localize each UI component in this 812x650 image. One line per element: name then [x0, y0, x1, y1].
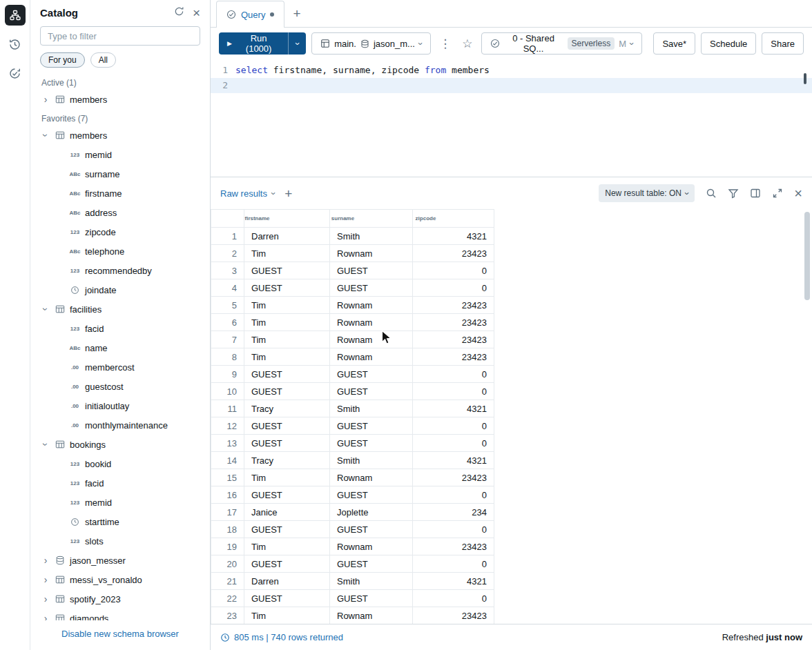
filter-icon[interactable] — [728, 188, 739, 199]
table-row[interactable]: 21DarrenSmith4321 — [211, 573, 494, 590]
table-row[interactable]: 10GUESTGUEST0 — [211, 383, 494, 400]
column-item-firstname[interactable]: ABcfirstname — [30, 184, 210, 203]
table-row[interactable]: 2TimRownam23423 — [211, 245, 494, 262]
chevron-icon[interactable]: › — [40, 440, 51, 449]
table-row[interactable]: 16GUESTGUEST0 — [211, 486, 494, 504]
raw-results-tab[interactable]: Raw results › — [220, 188, 275, 199]
kebab-menu-icon[interactable]: ⋮ — [436, 38, 454, 50]
table-row[interactable]: 1DarrenSmith4321 — [211, 228, 494, 245]
query-history-icon[interactable] — [5, 63, 26, 83]
column-item-surname[interactable]: ABcsurname — [30, 164, 210, 184]
refresh-icon[interactable] — [174, 6, 184, 19]
column-item-facid[interactable]: 123facid — [30, 319, 210, 338]
pill-for-you[interactable]: For you — [40, 52, 85, 68]
tree-item-spotify_2023[interactable]: ›spotify_2023 — [30, 589, 210, 609]
chevron-icon[interactable]: › — [40, 305, 51, 313]
table-row[interactable]: 22GUESTGUEST0 — [211, 590, 494, 607]
schedule-button[interactable]: Schedule — [701, 32, 756, 55]
search-icon[interactable] — [706, 188, 717, 199]
table-row[interactable]: 14TracySmith4321 — [211, 452, 494, 469]
schema-browser-icon[interactable] — [5, 5, 26, 26]
pill-all[interactable]: All — [90, 52, 116, 68]
side-panel-icon[interactable] — [750, 188, 761, 199]
table-row[interactable]: 23TimRownam23423 — [211, 607, 494, 624]
column-item-memid[interactable]: 123memid — [30, 493, 210, 512]
table-row[interactable]: 15TimRownam23423 — [211, 469, 494, 486]
table-row[interactable]: 19TimRownam23423 — [211, 538, 494, 555]
favorite-star-icon[interactable]: ☆ — [459, 38, 475, 50]
table-row[interactable]: 20GUESTGUEST0 — [211, 555, 494, 573]
close-panel-icon[interactable]: × — [193, 6, 200, 19]
chevron-icon[interactable]: › — [41, 94, 50, 105]
table-icon — [54, 594, 66, 604]
tree-item-diamonds[interactable]: ›diamonds — [30, 609, 210, 620]
table-row[interactable]: 3GUESTGUEST0 — [211, 262, 494, 279]
chevron-icon[interactable]: › — [41, 574, 50, 585]
table-row[interactable]: 8TimRownam23423 — [211, 348, 494, 366]
table-row[interactable]: 5TimRownam23423 — [211, 297, 494, 314]
share-button[interactable]: Share — [762, 32, 804, 55]
editor-scrollbar[interactable] — [804, 73, 806, 84]
run-button[interactable]: ▶ Run (1000) — [219, 32, 288, 55]
new-tab-button[interactable]: + — [293, 7, 300, 20]
column-item-initialoutlay[interactable]: .00initialoutlay — [30, 396, 210, 415]
serverless-badge: Serverless — [568, 37, 615, 50]
column-item-facid[interactable]: 123facid — [30, 473, 210, 493]
column-item-address[interactable]: ABcaddress — [30, 203, 210, 222]
table-row[interactable]: 11TracySmith4321 — [211, 400, 494, 417]
editor-line-2[interactable]: 2 — [211, 78, 812, 93]
catalog-schema-selector[interactable]: main. jason_m... › — [311, 32, 431, 55]
table-row[interactable]: 18GUESTGUEST0 — [211, 521, 494, 538]
column-item-bookid[interactable]: 123bookid — [30, 454, 210, 473]
tree-item-facilities[interactable]: ›facilities — [30, 299, 210, 319]
column-item-memid[interactable]: 123memid — [30, 145, 210, 164]
tree-item-bookings[interactable]: ›bookings — [30, 435, 210, 454]
column-item-zipcode[interactable]: 123zipcode — [30, 222, 210, 242]
column-item-telephone[interactable]: ABctelephone — [30, 242, 210, 261]
column-item-membercost[interactable]: .00membercost — [30, 357, 210, 377]
column-item-guestcost[interactable]: .00guestcost — [30, 377, 210, 396]
column-header-zipcode[interactable]: zipcode — [413, 210, 494, 228]
table-cell: GUEST — [330, 555, 413, 573]
warehouse-selector[interactable]: 0 - Shared SQ... Serverless M › — [481, 32, 643, 55]
column-item-joindate[interactable]: joindate — [30, 280, 210, 299]
results-scrollbar[interactable] — [804, 212, 810, 621]
fullscreen-icon[interactable] — [772, 188, 783, 199]
disable-schema-browser-link[interactable]: Disable new schema browser — [61, 629, 179, 639]
table-row[interactable]: 6TimRownam23423 — [211, 314, 494, 331]
column-item-monthlymaintenance[interactable]: .00monthlymaintenance — [30, 415, 210, 435]
column-item-name[interactable]: ABcname — [30, 338, 210, 357]
table-row[interactable]: 4GUESTGUEST0 — [211, 279, 494, 297]
tree-item-messi_vs_ronaldo[interactable]: ›messi_vs_ronaldo — [30, 570, 210, 589]
column-item-slots[interactable]: 123slots — [30, 531, 210, 551]
table-row[interactable]: 7TimRownam23423 — [211, 331, 494, 348]
tree-item-members[interactable]: ›members — [30, 126, 210, 145]
table-row[interactable]: 17JaniceJoplette234 — [211, 504, 494, 521]
table-cell: 23423 — [413, 538, 494, 555]
table-row[interactable]: 12GUESTGUEST0 — [211, 417, 494, 435]
column-header-firstname[interactable]: firstname — [244, 210, 330, 228]
table-cell: Tim — [244, 245, 330, 262]
chevron-icon[interactable]: › — [41, 613, 50, 620]
table-row[interactable]: 9GUESTGUEST0 — [211, 366, 494, 383]
tree-item-members[interactable]: ›members — [30, 90, 210, 109]
run-options-dropdown[interactable]: › — [288, 32, 306, 55]
chevron-icon[interactable]: › — [41, 555, 50, 566]
chevron-icon[interactable]: › — [41, 593, 50, 604]
add-result-tab-button[interactable]: + — [284, 187, 292, 200]
chevron-icon[interactable]: › — [40, 131, 51, 139]
tab-query[interactable]: Query — [216, 1, 284, 28]
editor-line-1[interactable]: 1select firstname, surname, zipcode from… — [211, 63, 812, 78]
save-button[interactable]: Save* — [653, 32, 695, 55]
column-item-recommendedby[interactable]: 123recommendedby — [30, 261, 210, 280]
column-header-surname[interactable]: surname — [330, 210, 413, 228]
tree-item-label: spotify_2023 — [70, 594, 121, 604]
new-result-table-toggle[interactable]: New result table: ON › — [599, 184, 695, 202]
table-row[interactable]: 13GUESTGUEST0 — [211, 435, 494, 452]
history-icon[interactable] — [5, 34, 26, 55]
catalog-filter-input[interactable] — [40, 26, 200, 46]
tree-item-jason_messer[interactable]: ›jason_messer — [30, 551, 210, 570]
sql-editor[interactable]: 1select firstname, surname, zipcode from… — [211, 59, 812, 177]
close-results-icon[interactable]: × — [794, 186, 802, 200]
column-item-starttime[interactable]: starttime — [30, 512, 210, 531]
